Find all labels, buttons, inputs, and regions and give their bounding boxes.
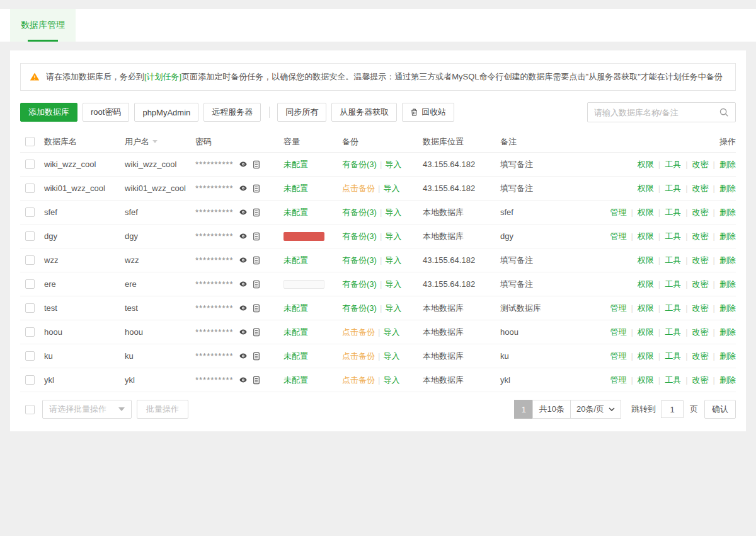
- action-manage-link[interactable]: 管理: [610, 375, 626, 386]
- show-password-icon[interactable]: [239, 376, 248, 384]
- backup-link[interactable]: 有备份(3): [342, 207, 377, 218]
- action-delete-link[interactable]: 删除: [719, 255, 736, 266]
- show-password-icon[interactable]: [239, 328, 248, 336]
- batch-operation-select[interactable]: 请选择批量操作: [42, 400, 132, 419]
- batch-operation-button[interactable]: 批量操作: [137, 400, 188, 419]
- capacity-link[interactable]: 未配置: [284, 159, 308, 170]
- action-manage-link[interactable]: 管理: [610, 351, 626, 362]
- row-checkbox[interactable]: [25, 303, 35, 313]
- action-permission-link[interactable]: 权限: [638, 183, 654, 194]
- header-username[interactable]: 用户名: [125, 136, 195, 148]
- action-delete-link[interactable]: 删除: [719, 351, 736, 362]
- tab-database-management[interactable]: 数据库管理: [10, 9, 76, 42]
- action-tools-link[interactable]: 工具: [665, 159, 681, 170]
- show-password-icon[interactable]: [239, 352, 248, 360]
- import-link[interactable]: 导入: [383, 375, 399, 386]
- action-change-password-link[interactable]: 改密: [692, 327, 709, 338]
- row-checkbox[interactable]: [25, 351, 35, 361]
- copy-password-icon[interactable]: [253, 256, 260, 265]
- action-delete-link[interactable]: 删除: [719, 279, 736, 290]
- copy-password-icon[interactable]: [253, 184, 260, 193]
- action-tools-link[interactable]: 工具: [665, 375, 681, 386]
- db-remark[interactable]: dgy: [500, 231, 513, 241]
- row-checkbox[interactable]: [25, 184, 35, 193]
- action-tools-link[interactable]: 工具: [665, 279, 681, 290]
- action-manage-link[interactable]: 管理: [610, 207, 626, 218]
- action-change-password-link[interactable]: 改密: [692, 303, 709, 314]
- action-tools-link[interactable]: 工具: [665, 255, 681, 266]
- db-remark[interactable]: 填写备注: [500, 279, 533, 290]
- action-permission-link[interactable]: 权限: [638, 255, 654, 266]
- copy-password-icon[interactable]: [253, 352, 260, 361]
- batch-select-all-checkbox[interactable]: [25, 405, 35, 414]
- backup-link[interactable]: 有备份(3): [342, 255, 377, 266]
- action-change-password-link[interactable]: 改密: [692, 231, 709, 242]
- action-manage-link[interactable]: 管理: [610, 327, 626, 338]
- action-tools-link[interactable]: 工具: [665, 327, 681, 338]
- sync-all-button[interactable]: 同步所有: [277, 103, 326, 122]
- action-manage-link[interactable]: 管理: [610, 231, 626, 242]
- select-all-checkbox[interactable]: [25, 137, 35, 146]
- root-password-button[interactable]: root密码: [83, 103, 129, 122]
- action-permission-link[interactable]: 权限: [638, 279, 654, 290]
- capacity-link[interactable]: 未配置: [284, 255, 308, 266]
- capacity-link[interactable]: 未配置: [284, 207, 308, 218]
- capacity-link[interactable]: 未配置: [284, 351, 308, 362]
- action-tools-link[interactable]: 工具: [665, 351, 681, 362]
- copy-password-icon[interactable]: [253, 280, 260, 289]
- copy-password-icon[interactable]: [253, 160, 260, 169]
- show-password-icon[interactable]: [239, 208, 248, 216]
- show-password-icon[interactable]: [239, 304, 248, 312]
- backup-link[interactable]: 点击备份: [342, 351, 375, 362]
- row-checkbox[interactable]: [25, 160, 35, 169]
- action-manage-link[interactable]: 管理: [610, 303, 626, 314]
- import-link[interactable]: 导入: [385, 303, 401, 314]
- capacity-link[interactable]: 未配置: [284, 327, 308, 338]
- action-change-password-link[interactable]: 改密: [692, 159, 709, 170]
- action-tools-link[interactable]: 工具: [665, 183, 681, 194]
- action-permission-link[interactable]: 权限: [638, 351, 654, 362]
- show-password-icon[interactable]: [239, 256, 248, 264]
- db-remark[interactable]: 填写备注: [500, 159, 533, 170]
- db-remark[interactable]: hoou: [500, 327, 518, 337]
- copy-password-icon[interactable]: [253, 304, 260, 313]
- capacity-link[interactable]: 未配置: [284, 375, 308, 386]
- import-link[interactable]: 导入: [385, 207, 401, 218]
- action-permission-link[interactable]: 权限: [638, 231, 654, 242]
- db-remark[interactable]: 填写备注: [500, 255, 533, 266]
- action-delete-link[interactable]: 删除: [719, 231, 736, 242]
- phpmyadmin-button[interactable]: phpMyAdmin: [134, 103, 198, 122]
- import-link[interactable]: 导入: [385, 255, 401, 266]
- row-checkbox[interactable]: [25, 207, 35, 217]
- action-permission-link[interactable]: 权限: [638, 303, 654, 314]
- action-delete-link[interactable]: 删除: [719, 375, 736, 386]
- action-delete-link[interactable]: 删除: [719, 303, 736, 314]
- jump-page-input[interactable]: [661, 400, 684, 418]
- action-permission-link[interactable]: 权限: [638, 207, 654, 218]
- action-permission-link[interactable]: 权限: [638, 375, 654, 386]
- add-database-button[interactable]: 添加数据库: [20, 103, 77, 122]
- backup-link[interactable]: 有备份(3): [342, 159, 377, 170]
- action-change-password-link[interactable]: 改密: [692, 183, 709, 194]
- capacity-bar-empty[interactable]: [284, 280, 324, 289]
- import-link[interactable]: 导入: [385, 159, 401, 170]
- capacity-link[interactable]: 未配置: [284, 303, 308, 314]
- show-password-icon[interactable]: [239, 280, 248, 288]
- db-remark[interactable]: ku: [500, 351, 509, 361]
- action-change-password-link[interactable]: 改密: [692, 207, 709, 218]
- import-link[interactable]: 导入: [383, 351, 399, 362]
- import-link[interactable]: 导入: [385, 231, 401, 242]
- backup-link[interactable]: 有备份(3): [342, 303, 377, 314]
- jump-confirm-button[interactable]: 确认: [704, 400, 736, 419]
- copy-password-icon[interactable]: [253, 232, 260, 241]
- copy-password-icon[interactable]: [253, 208, 260, 217]
- action-change-password-link[interactable]: 改密: [692, 255, 709, 266]
- row-checkbox[interactable]: [25, 255, 35, 265]
- action-change-password-link[interactable]: 改密: [692, 279, 709, 290]
- db-remark[interactable]: ykl: [500, 375, 510, 385]
- db-remark[interactable]: sfef: [500, 207, 513, 217]
- backup-link[interactable]: 点击备份: [342, 183, 375, 194]
- show-password-icon[interactable]: [239, 232, 248, 240]
- cron-task-link[interactable]: [计划任务]: [144, 72, 181, 81]
- action-change-password-link[interactable]: 改密: [692, 351, 709, 362]
